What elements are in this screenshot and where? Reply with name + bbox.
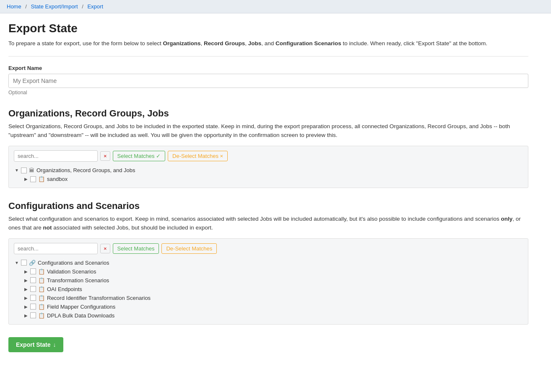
orgs-tree-children: ▶ 📋 sandbox — [14, 175, 523, 183]
export-name-label: Export Name — [8, 65, 528, 71]
config-desc-bold1: only — [501, 216, 512, 222]
config-desc-pre: Select what configuration and scenarios … — [8, 216, 501, 222]
desc-sep2: , — [245, 40, 248, 46]
config-validation-icon: 📋 — [38, 268, 45, 275]
config-oai-checkbox[interactable] — [30, 286, 36, 292]
config-oai-label: OAI Endpoints — [47, 286, 82, 292]
config-tree-root-row: ▼ 🔗 Configurations and Scenarios — [14, 258, 523, 267]
orgs-sandbox-label: sandbox — [47, 176, 68, 182]
breadcrumb-sep-2: / — [82, 3, 83, 10]
orgs-tree-container: × Select Matches ✓ De-Select Matches × ▼… — [8, 146, 528, 188]
config-field-mapper-label: Field Mapper Configurations — [47, 304, 115, 310]
config-tree-row-dpla: ▶ 📋 DPLA Bulk Data Downloads — [23, 311, 523, 320]
breadcrumb-current: Export — [87, 3, 103, 10]
orgs-tree-root-row: ▼ 🏛 Organizations, Record Groups, and Jo… — [14, 166, 523, 175]
orgs-root-checkbox[interactable] — [21, 168, 27, 173]
config-dpla-toggle[interactable]: ▶ — [23, 313, 29, 318]
config-transformation-icon: 📋 — [38, 277, 45, 284]
export-state-button[interactable]: Export State ↓ — [8, 337, 63, 352]
breadcrumb: Home / State Export/Import / Export — [0, 0, 551, 13]
config-validation-checkbox[interactable] — [30, 268, 36, 274]
config-root-icon: 🔗 — [29, 260, 36, 266]
config-record-id-toggle[interactable]: ▶ — [23, 296, 29, 300]
config-tree-children: ▶ 📋 Validation Scenarios ▶ 📋 Transformat… — [14, 267, 523, 320]
desc-bold-rg: Record Groups — [204, 40, 245, 46]
config-select-matches-button[interactable]: Select Matches — [113, 243, 159, 254]
config-root-label: Configurations and Scenarios — [38, 260, 109, 266]
orgs-root-icon: 🏛 — [29, 167, 34, 173]
orgs-section-title: Organizations, Record Groups, Jobs — [8, 108, 528, 119]
config-tree-row-validation: ▶ 📋 Validation Scenarios — [23, 267, 523, 276]
desc-bold-config: Configuration Scenarios — [276, 40, 341, 46]
desc-pre: To prepare a state for export, use for t… — [8, 40, 163, 46]
config-search-bar: × Select Matches De-Select Matches — [14, 243, 523, 254]
breadcrumb-state-export-link[interactable]: State Export/Import — [31, 3, 78, 10]
config-tree-row-oai: ▶ 📋 OAI Endpoints — [23, 285, 523, 294]
config-section-title: Configurations and Scenarios — [8, 201, 528, 211]
config-dpla-icon: 📋 — [38, 312, 45, 319]
config-tree-container: × Select Matches De-Select Matches ▼ 🔗 C… — [8, 238, 528, 325]
orgs-select-matches-button[interactable]: Select Matches ✓ — [113, 151, 166, 161]
config-validation-toggle[interactable]: ▶ — [23, 269, 29, 274]
config-record-id-checkbox[interactable] — [30, 295, 36, 301]
config-section: Configurations and Scenarios Select what… — [8, 201, 528, 325]
config-tree-row-record-id: ▶ 📋 Record Identifier Transformation Sce… — [23, 294, 523, 302]
export-state-label: Export State — [16, 341, 50, 348]
config-search-input[interactable] — [14, 243, 98, 254]
config-deselect-matches-button[interactable]: De-Select Matches — [161, 243, 217, 254]
desc-sep1: , — [200, 40, 204, 46]
orgs-search-input[interactable] — [14, 150, 98, 162]
config-transformation-checkbox[interactable] — [30, 277, 36, 283]
config-desc-post: associated with selected Jobs, but shoul… — [52, 224, 213, 231]
config-oai-icon: 📋 — [38, 286, 45, 292]
desc-sep3: , and — [261, 40, 276, 46]
desc-bold-jobs: Jobs — [248, 40, 262, 46]
desc-post: to include. When ready, click "Export St… — [341, 40, 488, 46]
config-transformation-label: Transformation Scenarios — [47, 277, 109, 284]
breadcrumb-sep-1: / — [25, 3, 27, 10]
config-validation-label: Validation Scenarios — [47, 268, 96, 275]
orgs-root-toggle[interactable]: ▼ — [14, 168, 20, 173]
config-tree-row-transformation: ▶ 📋 Transformation Scenarios — [23, 276, 523, 285]
optional-label: Optional — [8, 90, 528, 95]
orgs-deselect-matches-button[interactable]: De-Select Matches × — [168, 151, 228, 161]
config-section-description: Select what configuration and scenarios … — [8, 215, 528, 232]
orgs-section-description: Select Organizations, Record Groups, and… — [8, 122, 528, 140]
page-description: To prepare a state for export, use for t… — [8, 39, 528, 48]
orgs-root-label: Organizations, Record Groups, and Jobs — [36, 167, 135, 173]
export-name-input[interactable] — [8, 74, 528, 88]
config-dpla-label: DPLA Bulk Data Downloads — [47, 312, 114, 319]
config-desc-bold2: not — [43, 224, 52, 231]
divider-1 — [8, 56, 528, 57]
orgs-clear-button[interactable]: × — [100, 151, 110, 161]
config-field-mapper-checkbox[interactable] — [30, 304, 36, 309]
config-root-toggle[interactable]: ▼ — [14, 260, 20, 265]
config-dpla-checkbox[interactable] — [30, 312, 36, 318]
config-record-id-icon: 📋 — [38, 295, 45, 301]
desc-bold-orgs: Organizations — [163, 40, 200, 46]
orgs-sandbox-checkbox[interactable] — [30, 176, 36, 182]
config-tree-row-field-mapper: ▶ 📋 Field Mapper Configurations — [23, 302, 523, 311]
config-record-id-label: Record Identifier Transformation Scenari… — [47, 295, 151, 301]
config-clear-button[interactable]: × — [100, 244, 110, 253]
config-field-mapper-toggle[interactable]: ▶ — [23, 304, 29, 309]
orgs-section: Organizations, Record Groups, Jobs Selec… — [8, 108, 528, 188]
config-transformation-toggle[interactable]: ▶ — [23, 278, 29, 283]
breadcrumb-home-link[interactable]: Home — [7, 3, 21, 10]
orgs-search-bar: × Select Matches ✓ De-Select Matches × — [14, 150, 523, 162]
config-oai-toggle[interactable]: ▶ — [23, 287, 29, 291]
export-name-section: Export Name Optional — [8, 65, 528, 95]
orgs-sandbox-icon: 📋 — [38, 176, 45, 182]
config-field-mapper-icon: 📋 — [38, 304, 45, 310]
config-root-checkbox[interactable] — [21, 260, 27, 266]
page-title: Export State — [8, 22, 528, 35]
orgs-tree-row-sandbox: ▶ 📋 sandbox — [23, 175, 523, 183]
export-state-icon: ↓ — [53, 341, 56, 348]
orgs-sandbox-toggle[interactable]: ▶ — [23, 177, 29, 181]
